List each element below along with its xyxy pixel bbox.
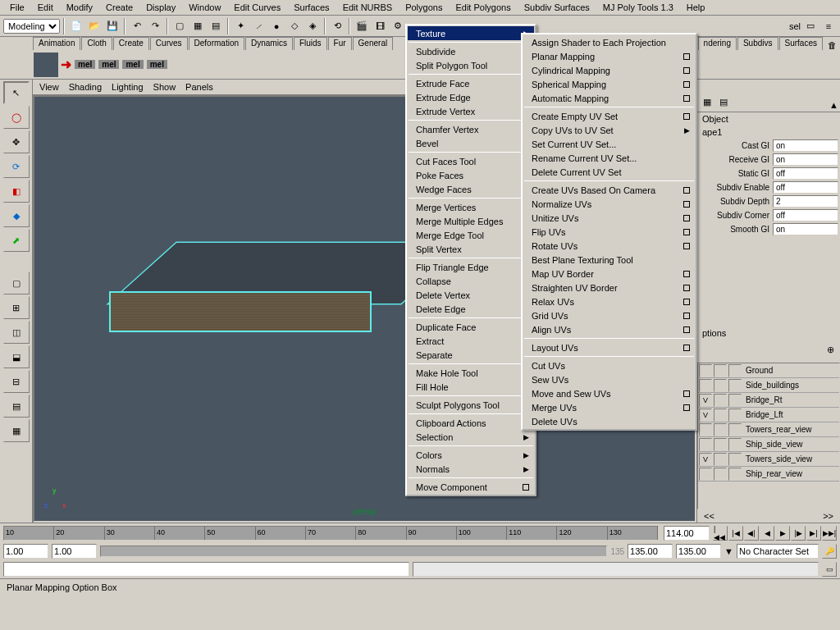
layer-type-toggle[interactable] (714, 379, 727, 392)
snap-live-icon[interactable]: ◈ (304, 18, 321, 34)
menu-item[interactable]: Move and Sew UVs (523, 386, 695, 400)
auto-key-icon[interactable]: 🔑 (822, 544, 837, 559)
menu-item[interactable]: Rotate UVs (523, 239, 695, 253)
select-tool-icon[interactable]: ↖ (3, 81, 30, 104)
shelf-tab-curves[interactable]: Curves (150, 37, 188, 50)
play-forward-icon[interactable]: ▶ (775, 526, 790, 541)
layer-type-toggle[interactable] (714, 394, 727, 407)
menu-help[interactable]: Help (680, 1, 712, 14)
layer-color-swatch[interactable] (728, 394, 742, 407)
menu-window[interactable]: Window (182, 1, 227, 14)
layer-row[interactable]: Ship_side_view (698, 437, 839, 452)
layer-color-swatch[interactable] (728, 379, 742, 392)
layer-color-swatch[interactable] (728, 438, 742, 451)
layer-color-swatch[interactable] (728, 423, 742, 436)
dropdown-icon[interactable]: ▼ (724, 546, 733, 556)
menu-item[interactable]: Split Vertex (408, 242, 534, 256)
menu-item[interactable]: Merge Edge Tool (408, 228, 534, 242)
menu-item[interactable]: Best Plane Texturing Tool (523, 253, 695, 267)
list-icon[interactable]: ≡ (820, 18, 837, 34)
layer-color-swatch[interactable] (728, 468, 742, 481)
menu-item[interactable]: Sew UVs (523, 372, 695, 386)
layer-row[interactable]: VBridge_Rt (698, 393, 839, 408)
layer-color-swatch[interactable] (728, 453, 742, 466)
layer-visibility-toggle[interactable]: V (699, 453, 712, 466)
menu-item[interactable]: Automatic Mapping (523, 91, 695, 105)
menu-item[interactable]: Move Component (408, 480, 534, 494)
two-pane-h-icon[interactable]: ⬓ (3, 345, 30, 368)
menu-item[interactable]: Fill Hole (408, 380, 534, 394)
layer-type-toggle[interactable] (714, 364, 727, 377)
shelf-tab-fluids[interactable]: Fluids (294, 37, 327, 50)
menu-item[interactable]: Delete Edge (408, 302, 534, 316)
channel-icon[interactable]: ▦ (699, 94, 715, 110)
layer-row[interactable]: VTowers_side_view (698, 452, 839, 467)
menu-item[interactable]: Delete Vertex (408, 288, 534, 302)
shelf-tab-animation[interactable]: Animation (33, 37, 80, 50)
menu-item[interactable]: Poke Faces (408, 168, 534, 182)
time-slider-track[interactable]: 102030405060708090100110120130 (3, 526, 659, 541)
menu-item[interactable]: Make Hole Tool (408, 366, 534, 380)
layer-row[interactable]: Side_buildings (698, 378, 839, 393)
snap-grid-icon[interactable]: ✦ (232, 18, 249, 34)
menu-item[interactable]: Flip UVs (523, 225, 695, 239)
menu-item[interactable]: Relax UVs (523, 294, 695, 308)
shelf-tab-surfaces[interactable]: Surfaces (779, 37, 823, 50)
play-back-icon[interactable]: ◀ (760, 526, 774, 541)
menu-item[interactable]: Normalize UVs (523, 197, 695, 211)
four-pane-icon[interactable]: ⊞ (3, 296, 30, 319)
menu-item[interactable]: Extract (408, 334, 534, 348)
menu-modify[interactable]: Modify (60, 1, 99, 14)
step-back-icon[interactable]: ◀| (744, 526, 759, 541)
menu-item-texture[interactable]: Texture▶ (408, 26, 534, 40)
menu-surfaces[interactable]: Surfaces (287, 1, 336, 14)
save-scene-icon[interactable]: 💾 (104, 18, 121, 34)
last-tool-icon[interactable]: ⬈ (3, 229, 30, 252)
layer-type-toggle[interactable] (714, 409, 727, 422)
new-layer-icon[interactable]: ⊕ (822, 341, 838, 358)
two-pane-v-icon[interactable]: ◫ (3, 321, 30, 344)
lasso-tool-icon[interactable]: ◯ (3, 106, 30, 129)
menu-item[interactable]: Delete UVs (523, 414, 695, 428)
scroll-left-icon[interactable]: << (704, 511, 714, 521)
render-icon[interactable]: 🎬 (354, 18, 370, 34)
playback-end-field[interactable] (628, 544, 673, 559)
command-input[interactable] (3, 562, 409, 577)
attr-value-field[interactable]: off (773, 167, 838, 180)
layer-row[interactable]: Towers_rear_view (698, 422, 839, 437)
shelf-tab-rendering[interactable]: ndering (698, 37, 737, 50)
vp-menu-lighting[interactable]: Lighting (112, 82, 144, 92)
trash-icon[interactable]: 🗑 (824, 37, 840, 53)
menu-item[interactable]: Set Current UV Set... (523, 137, 695, 151)
step-forward-key-icon[interactable]: ▶| (806, 526, 821, 541)
menu-create[interactable]: Create (99, 1, 139, 14)
layer-row[interactable]: VBridge_Lft (698, 408, 839, 422)
menu-item[interactable]: Split Polygon Tool (408, 58, 534, 72)
menu-item[interactable]: Extrude Face (408, 76, 534, 90)
layer-type-toggle[interactable] (714, 423, 727, 436)
menu-item[interactable]: Create UVs Based On Camera (523, 183, 695, 197)
menu-item[interactable]: Separate (408, 348, 534, 362)
menu-item[interactable]: Straighten UV Border (523, 281, 695, 294)
menu-polygons[interactable]: Polygons (399, 1, 449, 14)
menu-item[interactable]: Clipboard Actions▶ (408, 416, 534, 430)
layer-row[interactable]: Ship_rear_view (698, 467, 839, 482)
select-by-object-icon[interactable]: ▢ (171, 18, 188, 34)
menu-item[interactable]: Map UV Border (523, 267, 695, 281)
menu-item[interactable]: Layout UVs (523, 340, 695, 354)
mel-icon[interactable]: mel (75, 60, 95, 69)
menu-item[interactable]: Colors▶ (408, 448, 534, 462)
shelf-tab-cloth[interactable]: Cloth (81, 37, 112, 50)
menu-edit-curves[interactable]: Edit Curves (227, 1, 287, 14)
shelf-tab-subdivs[interactable]: Subdivs (737, 37, 778, 50)
layer-type-toggle[interactable] (714, 453, 727, 466)
menu-item[interactable]: Chamfer Vertex (408, 122, 534, 136)
shelf-tab-create[interactable]: Create (113, 37, 149, 50)
menu-item[interactable]: Cut Faces Tool (408, 154, 534, 168)
menu-item[interactable]: Duplicate Face (408, 320, 534, 334)
menu-item[interactable]: Assign Shader to Each Projection (523, 35, 695, 49)
range-end-field[interactable] (676, 544, 721, 559)
single-pane-icon[interactable]: ▢ (3, 272, 30, 294)
select-by-hierarchy-icon[interactable]: ▤ (208, 18, 224, 34)
menu-display[interactable]: Display (139, 1, 182, 14)
